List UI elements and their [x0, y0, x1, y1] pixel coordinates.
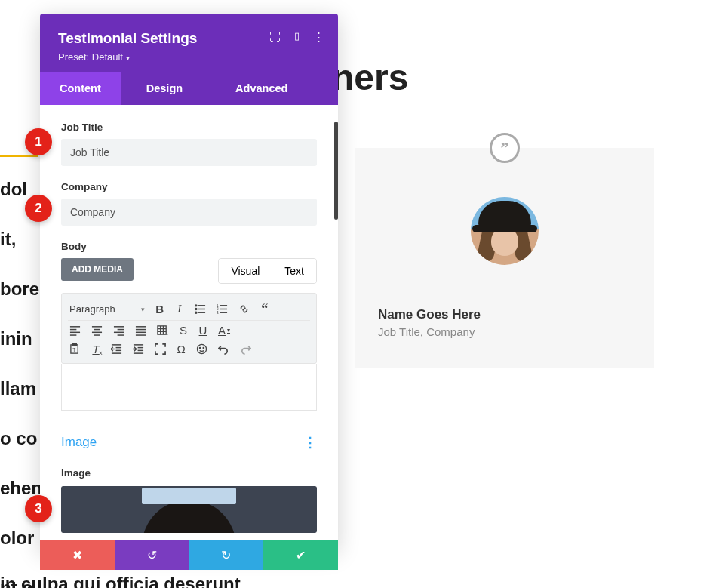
settings-panel: Testimonial Settings Preset: Default ⛶ ▯…: [40, 14, 338, 550]
visual-tab[interactable]: Visual: [219, 259, 272, 283]
paste-text-icon[interactable]: T: [69, 343, 81, 355]
image-section-title[interactable]: Image: [61, 435, 97, 450]
svg-rect-35: [72, 343, 77, 346]
background-divider: [0, 155, 38, 157]
undo-arrow-icon: ↺: [147, 548, 157, 562]
redo-button[interactable]: ↻: [189, 540, 264, 570]
tablet-icon[interactable]: ▯: [294, 30, 300, 44]
svg-point-4: [195, 312, 197, 313]
editor-toolbar: Paragraph B I 123 “ ▾ S U A▾ T T×: [61, 293, 317, 364]
align-center-icon[interactable]: [91, 325, 103, 336]
redo-arrow-icon: ↻: [221, 548, 231, 562]
body-editor[interactable]: [61, 364, 317, 411]
kebab-menu-icon[interactable]: ⋮: [313, 30, 324, 44]
panel-tabs: Content Design Advanced: [40, 72, 338, 105]
redo-icon[interactable]: [240, 343, 251, 355]
bullet-list-icon[interactable]: [195, 303, 206, 315]
callout-2: 2: [25, 195, 52, 222]
outdent-icon[interactable]: [111, 343, 122, 355]
emoji-icon[interactable]: [196, 343, 207, 355]
avatar: [471, 197, 539, 265]
callout-1: 1: [25, 128, 52, 155]
scrollbar-thumb[interactable]: [334, 122, 338, 220]
image-section-menu-icon[interactable]: ⋮: [303, 434, 317, 451]
align-right-icon[interactable]: [113, 325, 124, 336]
panel-footer: ✖ ↺ ↻ ✔: [40, 540, 338, 570]
paragraph-dropdown[interactable]: Paragraph: [69, 303, 145, 315]
image-section: Image ⋮ Image: [40, 417, 338, 550]
svg-point-2: [195, 309, 197, 310]
align-left-icon[interactable]: [69, 325, 81, 336]
background-paragraph: dol it, bore inin llam o co ehen olor nt…: [0, 165, 45, 588]
svg-rect-28: [158, 326, 166, 334]
numbered-list-icon[interactable]: 123: [217, 303, 228, 315]
svg-text:3: 3: [217, 311, 219, 315]
quote-icon[interactable]: “: [260, 301, 269, 317]
svg-point-46: [199, 347, 201, 349]
background-title-fragment: ners: [332, 57, 408, 98]
callout-3: 3: [25, 495, 52, 522]
job-title-label: Job Title: [61, 122, 317, 133]
svg-point-47: [203, 347, 204, 349]
background-last-line: in culpa qui officia deserunt: [0, 574, 241, 588]
image-label: Image: [61, 467, 317, 479]
special-char-icon[interactable]: Ω: [177, 343, 186, 356]
svg-point-0: [195, 305, 197, 306]
image-preview[interactable]: [61, 486, 317, 533]
text-color-icon[interactable]: A▾: [218, 324, 230, 337]
quote-icon: ”: [490, 133, 520, 163]
strikethrough-icon[interactable]: S: [179, 324, 188, 337]
link-icon[interactable]: [238, 303, 250, 315]
preset-dropdown[interactable]: Preset: Default: [58, 51, 320, 63]
preview-job: Job Title, Company: [378, 325, 631, 338]
underline-icon[interactable]: U: [198, 324, 207, 337]
company-input[interactable]: [61, 199, 317, 226]
table-icon[interactable]: ▾: [157, 325, 168, 336]
close-icon: ✖: [72, 548, 82, 562]
indent-icon[interactable]: [133, 343, 144, 355]
tab-design[interactable]: Design: [127, 72, 202, 105]
company-label: Company: [61, 181, 317, 192]
testimonial-preview: ” Name Goes Here Job Title, Company: [355, 148, 654, 368]
tab-content[interactable]: Content: [40, 72, 121, 105]
clear-formatting-icon[interactable]: T×: [91, 343, 100, 356]
svg-point-45: [197, 344, 206, 353]
bold-icon[interactable]: B: [155, 303, 164, 316]
fullscreen-icon[interactable]: [155, 343, 166, 355]
tab-advanced[interactable]: Advanced: [216, 72, 307, 105]
align-justify-icon[interactable]: [135, 325, 146, 336]
save-button[interactable]: ✔: [263, 540, 338, 570]
job-title-input[interactable]: [61, 139, 317, 166]
body-label: Body: [61, 241, 317, 252]
add-media-button[interactable]: ADD MEDIA: [61, 258, 134, 281]
svg-text:▾: ▾: [166, 332, 168, 336]
svg-text:T: T: [72, 347, 75, 352]
cancel-button[interactable]: ✖: [40, 540, 115, 570]
editor-mode-tabs: Visual Text: [218, 258, 317, 284]
text-tab[interactable]: Text: [272, 259, 316, 283]
undo-button[interactable]: ↺: [115, 540, 189, 570]
undo-icon[interactable]: [218, 343, 229, 355]
panel-header: Testimonial Settings Preset: Default ⛶ ▯…: [40, 14, 338, 72]
check-icon: ✔: [296, 548, 306, 562]
expand-icon[interactable]: ⛶: [269, 30, 281, 44]
panel-body: Job Title Company Body ADD MEDIA Visual …: [40, 105, 338, 417]
italic-icon[interactable]: I: [175, 303, 184, 316]
preview-name: Name Goes Here: [378, 307, 631, 322]
